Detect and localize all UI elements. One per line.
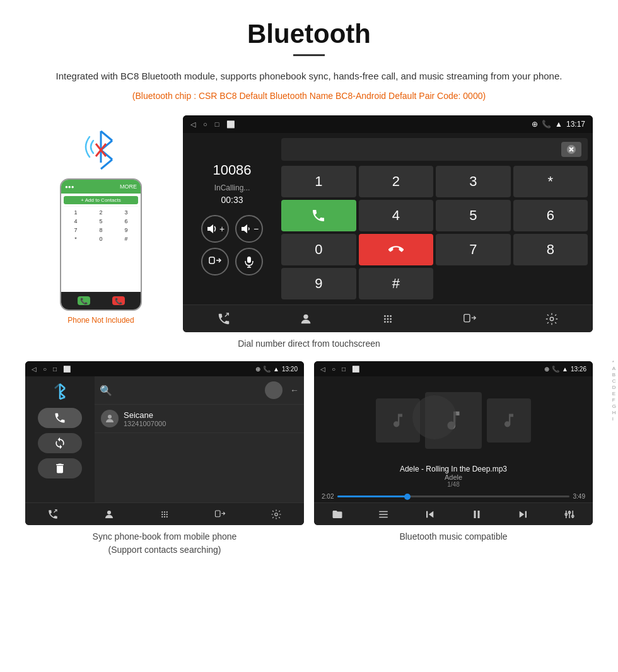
progress-bar[interactable]: [337, 495, 569, 497]
music-app-icon: ⬜: [352, 366, 359, 373]
volume-up-btn[interactable]: +: [201, 215, 229, 243]
key-5[interactable]: 5: [436, 200, 511, 231]
dialer-ctrl-row-2: [201, 248, 263, 275]
nav-call-log[interactable]: [217, 312, 231, 326]
music-back-icon: ◁: [320, 366, 325, 373]
music-nav-play[interactable]: [471, 509, 482, 521]
list-icon: [378, 509, 389, 520]
music-nav-next[interactable]: [517, 509, 528, 521]
key-1[interactable]: 1: [281, 166, 356, 197]
pb-sync-btn[interactable]: [38, 433, 82, 453]
contacts-icon: [299, 312, 313, 326]
svg-rect-57: [474, 511, 475, 518]
svg-point-37: [108, 415, 112, 419]
key-8[interactable]: 8: [513, 234, 588, 265]
music-nav-prev[interactable]: [424, 509, 436, 521]
key-9[interactable]: 9: [281, 268, 356, 299]
pb-nav-transfer[interactable]: [214, 509, 226, 521]
page-title: Bluetooth: [25, 19, 593, 49]
dialer-status: InCalling...: [214, 183, 250, 192]
description-text: Integrated with BC8 Bluetooth module, su…: [25, 69, 593, 84]
svg-point-25: [384, 321, 386, 323]
key-6[interactable]: 6: [513, 200, 588, 231]
pb-nav-dialpad[interactable]: [159, 509, 170, 521]
progress-dot: [404, 494, 411, 500]
svg-point-26: [387, 321, 389, 323]
nav-settings[interactable]: [545, 312, 559, 326]
page-container: Bluetooth Integrated with BC8 Bluetooth …: [0, 0, 618, 589]
call-answer-btn[interactable]: [281, 200, 356, 231]
music-title: Adele - Rolling In the Deep.mp3: [320, 465, 586, 473]
pb-phone-btn[interactable]: [38, 408, 82, 428]
pb-nav-contacts[interactable]: [103, 509, 115, 521]
next-icon: [517, 509, 528, 520]
prev-icon: [424, 509, 436, 520]
call-icon-status: 📞: [542, 120, 551, 129]
music-nav-list[interactable]: [378, 509, 389, 521]
svg-point-40: [161, 511, 163, 513]
svg-point-20: [387, 315, 389, 317]
key-7: 7: [64, 226, 88, 234]
call-end-btn[interactable]: [359, 234, 434, 265]
mute-icon: [243, 255, 255, 268]
equalizer-icon: [564, 509, 575, 520]
call-log-icon: [217, 312, 231, 326]
top-section: ●●● MORE + Add to Contacts 1 2 3 4 5 6 7: [25, 115, 593, 332]
music-progress-row: 2:02 3:49: [314, 490, 593, 502]
pb-contact-info: Seicane 13241007000: [124, 410, 166, 427]
phone-screen-top: ●●● MORE: [61, 180, 141, 194]
key-4[interactable]: 4: [359, 200, 434, 231]
divider: [64, 206, 138, 207]
pb-contact-row[interactable]: Seicane 13241007000: [95, 405, 304, 433]
phone-screen-label: ●●●: [65, 184, 74, 190]
dialpad-icon: [381, 312, 395, 326]
nav-contacts[interactable]: [299, 312, 313, 326]
music-note-icon-right: [500, 412, 518, 429]
pb-contact-name: Seicane: [124, 410, 166, 420]
music-nav-equalizer[interactable]: [564, 509, 575, 521]
dialer-left-panel: 10086 InCalling... 00:33 +: [188, 138, 276, 299]
phone-call-btn[interactable]: 📞: [78, 296, 90, 305]
nav-dialpad[interactable]: [381, 312, 395, 326]
key-8: 8: [89, 226, 113, 234]
svg-point-51: [275, 513, 278, 516]
key-7[interactable]: 7: [436, 234, 511, 265]
key-2[interactable]: 2: [359, 166, 434, 197]
transfer-icon-nav: [463, 312, 477, 326]
volume-down-icon: [240, 223, 252, 235]
svg-point-18: [303, 315, 308, 319]
svg-point-47: [164, 516, 165, 518]
key-star: *: [64, 235, 88, 243]
volume-down-btn[interactable]: −: [235, 215, 263, 243]
music-screen: ◁ ○ □ ⬜ ⊕ 📞 ▲ 13:26: [314, 361, 593, 525]
dial-caption: Dial number direct from touchscreen: [25, 339, 593, 349]
call-answer-icon: [311, 208, 326, 223]
pb-delete-btn[interactable]: [38, 458, 82, 478]
nav-transfer[interactable]: [463, 312, 477, 326]
pb-nav-dialpad-icon: [159, 509, 170, 520]
delete-button[interactable]: [561, 142, 581, 157]
key-hash[interactable]: #: [359, 268, 434, 299]
mute-btn[interactable]: [235, 248, 263, 275]
keypad-grid: 1 2 3 * 4 5 6 0: [281, 166, 588, 299]
key-0[interactable]: 0: [281, 234, 356, 265]
pb-back-icon: ◁: [32, 366, 37, 373]
back-icon: ◁: [190, 120, 195, 129]
key-3[interactable]: 3: [436, 166, 511, 197]
svg-point-23: [387, 318, 389, 320]
pb-back-arrow: ←: [290, 385, 299, 395]
svg-point-48: [166, 516, 168, 518]
svg-marker-59: [520, 511, 525, 518]
transfer-btn[interactable]: [201, 248, 229, 275]
music-nav-folder[interactable]: [332, 509, 343, 521]
music-info: Adele - Rolling In the Deep.mp3 Adele 1/…: [314, 465, 593, 490]
music-caption: Bluetooth music compatible: [399, 530, 507, 543]
pb-nav-settings[interactable]: [271, 509, 282, 521]
dialer-ctrl-row-1: + −: [201, 215, 263, 243]
svg-point-46: [161, 516, 163, 518]
phone-end-btn[interactable]: 📞: [112, 296, 125, 305]
key-star[interactable]: *: [513, 166, 588, 197]
pb-wifi-icon: ▲: [273, 366, 279, 373]
pb-nav-call[interactable]: [47, 509, 59, 521]
music-note-icon-left: [389, 412, 407, 429]
